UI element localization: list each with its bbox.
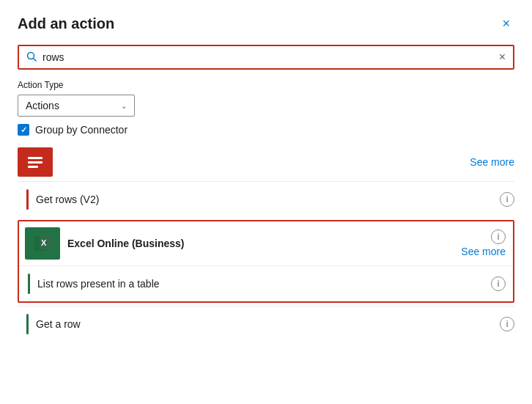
info-letter-row: i [506,319,509,329]
select-value: Actions [26,100,115,111]
dialog-title: Add an action [18,15,114,32]
get-a-row-label: Get a row [36,318,81,330]
info-letter-excel: i [498,232,500,242]
search-icon [26,51,37,64]
list-rows-label: List rows present in a table [37,278,160,290]
chevron-down-icon: ⌄ [121,102,127,110]
svg-rect-3 [28,161,43,164]
list-rows-action[interactable]: List rows present in a table i [19,265,513,301]
checkmark-icon: ✓ [21,125,27,135]
dialog-header: Add an action × [18,15,514,33]
connectors-list: See more Get rows (V2) i [18,147,514,342]
svg-text:X: X [41,238,47,247]
get-rows-v2-info-icon[interactable]: i [500,192,514,207]
excel-header-right: i See more [461,229,506,257]
info-letter: i [506,194,509,205]
get-rows-v2-inner: Get rows (V2) [26,189,500,210]
group-by-row: ✓ Group by Connector [18,124,514,136]
excel-header-info-icon[interactable]: i [491,229,506,244]
list-rows-inner: List rows present in a table [28,273,491,294]
svg-rect-2 [28,157,43,159]
excel-see-more-link[interactable]: See more [461,246,506,257]
group-by-label: Group by Connector [35,124,128,136]
add-action-dialog: Add an action × × Action Type Actions ⌄ … [0,0,532,404]
get-a-row-accent-bar [26,314,29,334]
group-by-checkbox[interactable]: ✓ [18,124,29,136]
excel-connector-header: X Excel Online (Business) i See more [19,221,513,265]
tows-connector-icon [18,147,53,177]
tows-connector-header: See more [18,147,514,177]
filter-section: Action Type Actions ⌄ ✓ Group by Connect… [18,80,514,136]
excel-connector-icon: X [25,227,60,260]
close-button[interactable]: × [498,15,514,33]
svg-rect-4 [28,166,38,168]
search-box: × [18,45,514,70]
action-type-select[interactable]: Actions ⌄ [18,95,135,117]
tows-see-more-link[interactable]: See more [470,156,514,168]
search-clear-button[interactable]: × [499,51,506,64]
search-input[interactable] [43,51,499,63]
get-rows-v2-label: Get rows (V2) [36,194,99,205]
tows-accent-bar [26,189,29,210]
list-rows-info-icon[interactable]: i [491,276,506,291]
tows-connector-group: See more Get rows (V2) i [18,147,514,217]
get-rows-v2-action[interactable]: Get rows (V2) i [18,181,514,217]
info-letter-list: i [498,279,500,289]
excel-connector-group: X Excel Online (Business) i See more Lis… [18,220,514,303]
excel-connector-name: Excel Online (Business) [67,238,461,249]
get-a-row-info-icon[interactable]: i [500,317,514,331]
get-a-row-group: Get a row i [18,306,514,342]
get-a-row-action[interactable]: Get a row i [18,306,514,342]
filter-label: Action Type [18,80,514,90]
get-a-row-inner: Get a row [26,314,500,334]
svg-line-1 [34,58,37,61]
excel-accent-bar [28,273,30,294]
